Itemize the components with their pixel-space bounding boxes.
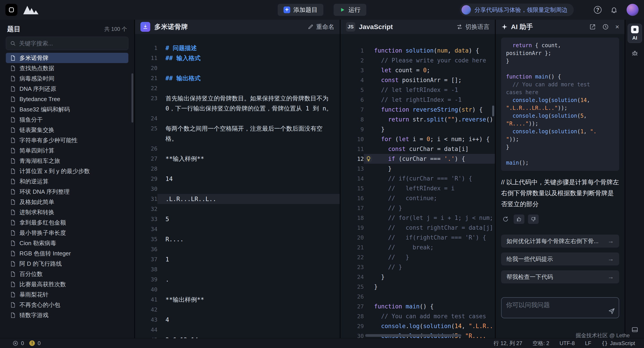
md-editor-line[interactable]: 格。 [135,134,340,144]
code-line[interactable]: 15 // leftRIndex = i [340,184,495,193]
md-editor-line[interactable]: 40 [135,284,340,294]
code-line[interactable]: 9 } [340,124,495,134]
sidebar-item[interactable]: 阿 D 的飞行路线 [6,258,128,269]
search-input[interactable] [19,40,124,47]
md-editor-line[interactable]: 20 [135,63,340,73]
ai-suggestion-button[interactable]: 给我一些代码提示→ [501,252,619,266]
md-editor-line[interactable]: 41**输出样例** [135,294,340,304]
export-chat-icon[interactable] [589,24,596,30]
md-editor-line[interactable]: 26 [135,144,340,154]
sidebar-item[interactable]: 字符串有多少种可能性 [6,135,128,145]
close-icon[interactable]: × [615,24,619,30]
md-editor-line[interactable]: 32 [135,204,340,214]
history-clock-icon[interactable] [602,24,609,30]
sidebar-item[interactable]: 不再贪心的小包 [6,300,128,310]
notifications-bell-icon[interactable] [610,6,618,14]
sidebar-item[interactable]: 病毒感染时间 [6,73,128,84]
code-line[interactable]: 8 return str.split("").reverse() [340,114,495,124]
problem-editor[interactable]: 1# 问题描述11## 输入格式2021## 输出格式2223首先输出保持竖立的… [135,34,340,338]
md-editor-line[interactable]: 38 [135,264,340,274]
code-line[interactable]: 6 // let rightLIndex = -1 [340,95,495,105]
md-editor-line[interactable]: 28 [135,164,340,174]
cursor-position[interactable]: 行 12, 列 27 [494,340,522,347]
sidebar-item[interactable]: 及格如此简单 [6,197,128,207]
promo-banner[interactable]: 分享代码练习体验，领限量定制周边 [460,4,574,16]
code-line[interactable]: 28 // You can add more test cases [340,311,495,321]
sidebar-scrollbar[interactable] [132,73,133,122]
md-editor-line[interactable]: 34 [135,224,340,234]
md-editor-line[interactable]: 24 [135,114,340,124]
sidebar-item[interactable]: 和的逆运算 [6,176,128,186]
code-line[interactable]: 5 // let leftRIndex = -1 [340,85,495,95]
sidebar-item[interactable]: 暴雨梨花针 [6,290,128,300]
add-problem-button[interactable]: + 添加题目 [278,4,323,16]
sidebar-item[interactable]: 查找热点数据 [6,63,128,73]
code-line[interactable]: 2 // Please write your code here [340,56,495,65]
sidebar-item[interactable]: 最小替换子串长度 [6,228,128,238]
md-editor-line[interactable]: 30 [135,184,340,194]
indent-setting[interactable]: 空格: 2 [533,340,550,347]
quick-fix-lightbulb-icon[interactable] [365,155,372,162]
sidebar-item[interactable]: 拿到最多红包金额 [6,218,128,228]
code-line[interactable]: 23 // } [340,262,495,272]
sidebar-item[interactable]: 百分位数 [6,269,128,279]
code-line[interactable]: 1function solution(num, data) { [340,46,495,56]
toggle-bottom-panel-icon[interactable] [631,326,638,334]
sidebar-item[interactable]: 青海湖租车之旅 [6,156,128,166]
md-editor-line[interactable]: 453 6 13 14 [135,335,340,338]
md-editor-line[interactable]: 2914 [135,174,340,184]
code-line[interactable]: 13 } [340,164,495,174]
md-editor-line[interactable]: 434 [135,315,340,325]
problems-status[interactable]: 0 ! 0 [12,340,41,346]
send-icon[interactable] [608,308,615,316]
code-line[interactable]: 29 console.log(solution(14, ".L.R.. [340,321,495,331]
md-editor-line[interactable]: 39. [135,274,340,284]
code-line[interactable]: 11 const curChar = data[i] [340,144,495,154]
sidebar-item[interactable]: Bytedance Tree [6,94,128,104]
ai-input[interactable] [506,301,604,315]
code-line[interactable]: 22 // } [340,252,495,262]
search-box[interactable] [6,37,128,50]
encoding[interactable]: UTF-8 [560,340,575,346]
sidebar-item[interactable]: 进制求和转换 [6,207,128,218]
ai-assistant-toggle[interactable]: AI [628,24,642,43]
md-editor-line[interactable]: 44 [135,325,340,335]
code-line[interactable]: 19 // const rightChar = data[j] [340,223,495,232]
switch-language-button[interactable]: 切换语言 [456,23,490,31]
thumbs-up-button[interactable] [514,214,524,224]
language-mode[interactable]: {} JavaScript [602,340,635,346]
run-button[interactable]: 运行 [334,4,366,16]
sidebar-item[interactable]: RGB 色值转 Integer [6,248,128,258]
md-editor-line[interactable]: 11## 输入格式 [135,53,340,63]
eol-setting[interactable]: LF [585,340,591,346]
md-editor-line[interactable]: 27**输入样例** [135,154,340,164]
rename-button[interactable]: 重命名 [308,23,334,31]
regenerate-button[interactable] [501,214,510,224]
brand-mountain-logo-icon[interactable] [23,5,39,15]
md-editor-line[interactable]: 21## 输出格式 [135,73,340,83]
sidebar-item[interactable]: 计算位置 x 到 y 的最少步数 [6,166,128,176]
ai-input-box[interactable] [501,297,619,318]
code-line[interactable]: 21 // break; [340,242,495,252]
code-line[interactable]: 3 let count = 0; [340,65,495,75]
md-editor-line[interactable]: 335 [135,214,340,224]
code-line[interactable]: 10 for (let i = 0; i < num; i++) { [340,134,495,144]
code-line[interactable]: 27function main() { [340,302,495,311]
code-line[interactable]: 7 function reverseString(str) { [340,105,495,114]
ai-suggestion-button[interactable]: 如何优化计算每个骨牌左右倒下骨...→ [501,234,619,248]
md-editor-line[interactable]: 0，下一行输出保持竖立的骨牌的位置，骨牌位置从 1 到 n。 [135,103,340,114]
code-line[interactable]: 16 // continue; [340,193,495,203]
sidebar-item[interactable]: 环状 DNA 序列整理 [6,186,128,197]
debug-bug-icon[interactable] [631,50,638,58]
sidebar-item[interactable]: 比赛最高获胜次数 [6,279,128,290]
code-editor[interactable]: 1function solution(num, data) {2 // Plea… [340,34,495,338]
code-horizontal-scrollbar[interactable] [365,334,461,337]
code-line[interactable]: 17 // } [340,203,495,213]
sidebar-item[interactable]: Base32 编码和解码 [6,104,128,114]
sidebar-item[interactable]: 简单四则计算 [6,145,128,156]
md-editor-line[interactable]: 1# 问题描述 [135,43,340,53]
md-editor-line[interactable]: 23首先输出保持竖立的骨牌数目。如果保持竖立的骨牌数目不为 [135,93,340,103]
md-editor-line[interactable]: 36 [135,244,340,254]
sidebar-item[interactable]: DNA 序列还原 [6,84,128,94]
sidebar-item[interactable]: 猫鱼分干 [6,114,128,125]
